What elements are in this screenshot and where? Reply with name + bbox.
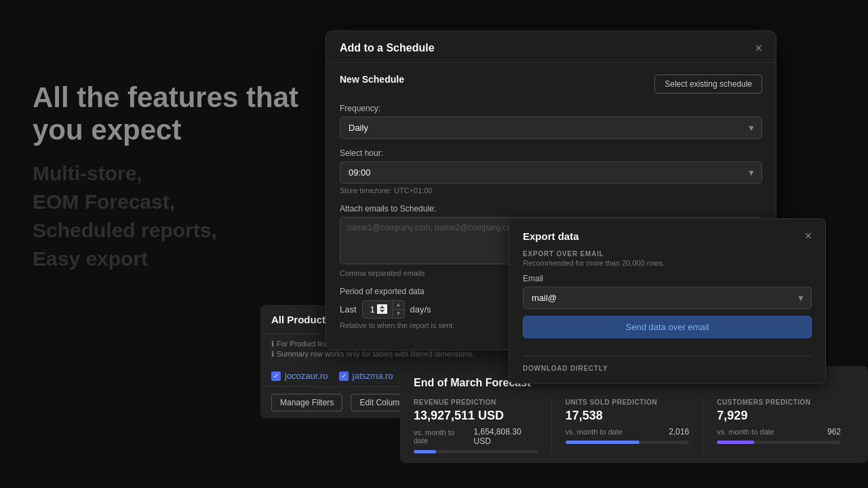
hour-select[interactable]: 09:00 10:00 bbox=[340, 161, 762, 184]
customers-sub-value: 962 bbox=[827, 427, 841, 436]
forecast-col-revenue: Revenue Prediction 13,927,511 USD vs. mo… bbox=[414, 399, 551, 453]
download-label: Download directly bbox=[523, 365, 812, 372]
frequency-select[interactable]: Daily Weekly Monthly bbox=[340, 117, 762, 139]
export-email-select[interactable]: mail@ bbox=[523, 287, 812, 309]
period-unit: day/s bbox=[410, 304, 431, 314]
export-email-section-label: Export over email bbox=[523, 250, 812, 258]
period-spinners[interactable]: ▲ ▼ bbox=[393, 301, 404, 318]
units-progress-fill bbox=[566, 441, 640, 444]
notice-2: Summary row works only for tables with f… bbox=[277, 350, 475, 358]
export-divider bbox=[523, 356, 812, 357]
revenue-progress-bar bbox=[414, 450, 538, 453]
period-prefix: Last bbox=[340, 304, 357, 314]
export-email-section-sub: Recommended for more than 20,000 rows. bbox=[523, 259, 812, 267]
export-data-panel: Export data × Export over email Recommen… bbox=[509, 218, 826, 384]
period-input-field[interactable]: ▲ ▼ bbox=[363, 301, 404, 318]
period-decrement-button[interactable]: ▼ bbox=[393, 310, 404, 318]
hour-select-wrapper[interactable]: 09:00 10:00 ▼ bbox=[340, 161, 762, 184]
export-panel-header: Export data × bbox=[523, 230, 812, 242]
revenue-sub-label: vs. month to date bbox=[414, 428, 468, 445]
schedule-modal-header: Add to a Schedule × bbox=[326, 31, 776, 63]
revenue-sub: vs. month to date 1,654,808.30 USD bbox=[414, 427, 538, 446]
manage-filters-button[interactable]: Manage Filters bbox=[271, 394, 342, 411]
all-products-title: All Products bbox=[271, 314, 331, 325]
forecast-columns: Revenue Prediction 13,927,511 USD vs. mo… bbox=[414, 399, 854, 453]
export-panel-close-button[interactable]: × bbox=[804, 230, 812, 242]
store-item-1[interactable]: jocozaur.ro bbox=[271, 371, 328, 381]
export-email-field-label: Email bbox=[523, 274, 812, 283]
hour-label: Select hour: bbox=[340, 148, 762, 158]
revenue-progress-fill bbox=[414, 450, 436, 453]
store-link-1[interactable]: jocozaur.ro bbox=[285, 371, 328, 381]
email-attach-label: Attach emails to Schedule: bbox=[340, 204, 762, 214]
checkbox-2[interactable] bbox=[339, 371, 349, 381]
frequency-select-wrapper[interactable]: Daily Weekly Monthly ▼ bbox=[340, 117, 762, 139]
customers-sub-label: vs. month to date bbox=[717, 428, 774, 436]
store-item-2[interactable]: jatszma.ro bbox=[339, 371, 393, 381]
units-sub-label: vs. month to date bbox=[566, 428, 623, 436]
forecast-col-units: Units Sold Prediction 17,538 vs. month t… bbox=[551, 399, 703, 453]
checkbox-1[interactable] bbox=[271, 371, 281, 381]
schedule-modal-title: Add to a Schedule bbox=[340, 42, 435, 54]
customers-value: 7,929 bbox=[717, 409, 841, 423]
select-existing-button[interactable]: Select existing schedule bbox=[654, 75, 762, 94]
store-link-2[interactable]: jatszma.ro bbox=[353, 371, 393, 381]
units-label: Units Sold Prediction bbox=[566, 399, 690, 406]
units-progress-bar bbox=[566, 441, 690, 444]
period-input-wrapper[interactable]: ▲ ▼ bbox=[362, 300, 405, 319]
period-number-input[interactable] bbox=[363, 301, 393, 318]
export-panel-title: Export data bbox=[523, 230, 579, 242]
revenue-sub-value: 1,654,808.30 USD bbox=[473, 427, 537, 446]
customers-sub: vs. month to date 962 bbox=[717, 427, 841, 436]
customers-progress-fill bbox=[717, 441, 754, 444]
schedule-modal-close-button[interactable]: × bbox=[755, 42, 762, 54]
units-value: 17,538 bbox=[566, 409, 690, 423]
timezone-note: Store timezone: UTC+01:00 bbox=[340, 186, 762, 195]
forecast-col-customers: Customers Prediction 7,929 vs. month to … bbox=[703, 399, 854, 453]
export-email-select-wrapper[interactable]: mail@ ▼ bbox=[523, 287, 812, 309]
new-schedule-title: New Schedule bbox=[340, 74, 404, 85]
customers-label: Customers Prediction bbox=[717, 399, 841, 406]
period-increment-button[interactable]: ▲ bbox=[393, 301, 404, 310]
frequency-label: Frequency: bbox=[340, 104, 762, 113]
revenue-label: Revenue Prediction bbox=[414, 399, 538, 406]
hour-field: Select hour: 09:00 10:00 ▼ Store timezon… bbox=[340, 148, 762, 195]
info-icon-2: ℹ bbox=[271, 350, 274, 359]
units-sub-value: 2,016 bbox=[669, 427, 689, 436]
info-icon: ℹ bbox=[271, 340, 274, 348]
units-sub: vs. month to date 2,016 bbox=[566, 427, 690, 436]
frequency-field: Frequency: Daily Weekly Monthly ▼ bbox=[340, 104, 762, 139]
customers-progress-bar bbox=[717, 441, 841, 444]
send-email-button[interactable]: Send data over email bbox=[523, 316, 812, 338]
revenue-value: 13,927,511 USD bbox=[414, 409, 538, 423]
